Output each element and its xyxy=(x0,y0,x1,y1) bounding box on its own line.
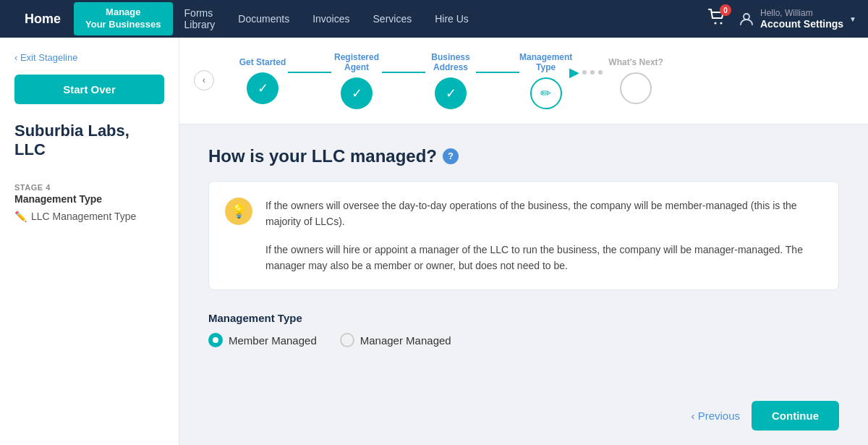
step-registered-agent: RegisteredAgent ✓ xyxy=(331,52,382,109)
step-line-3 xyxy=(476,72,519,73)
option-manager-managed[interactable]: Manager Managed xyxy=(340,333,451,347)
stage-item-check-icon: ✏️ xyxy=(14,211,27,222)
step-4-circle: ✏ xyxy=(530,77,562,109)
step-dot-2 xyxy=(590,70,595,75)
step-business-address: BusinessAddress ✓ xyxy=(425,52,476,109)
step-3-circle: ✓ xyxy=(435,77,467,109)
nav-home[interactable]: Home xyxy=(12,12,74,27)
start-over-button[interactable]: Start Over xyxy=(14,75,164,104)
step-1-circle: ✓ xyxy=(247,72,278,104)
nav-manage-businesses[interactable]: ManageYour Businesses xyxy=(74,2,173,35)
exit-stageline-link[interactable]: ‹ Exit Stageline xyxy=(14,52,164,63)
stage-item[interactable]: ✏️ LLC Management Type xyxy=(14,211,164,222)
stepper: ‹ Get Started ✓ RegisteredAgent ✓ xyxy=(179,38,868,124)
option-member-label: Member Managed xyxy=(229,334,317,347)
stage-name: Management Type xyxy=(14,193,164,205)
stage-item-label: LLC Management Type xyxy=(31,211,136,222)
step-2-circle: ✓ xyxy=(341,77,373,109)
step-line-1 xyxy=(288,72,331,73)
page-title-text: How is your LLC managed? xyxy=(208,146,437,166)
step-4-wrap: ManagementType ✏ ▶ xyxy=(519,52,608,109)
step-3-label: BusinessAddress xyxy=(425,52,476,73)
step-dots xyxy=(582,70,603,75)
sidebar: ‹ Exit Stageline Start Over Suburbia Lab… xyxy=(0,38,179,445)
layout: ‹ Exit Stageline Start Over Suburbia Lab… xyxy=(0,38,868,445)
help-icon[interactable]: ? xyxy=(443,148,459,164)
stage-label: STAGE 4 xyxy=(14,183,164,192)
step-arrow-icon: ▶ xyxy=(569,64,579,80)
svg-point-1 xyxy=(720,22,722,25)
cart-button[interactable]: 0 xyxy=(708,9,727,29)
navbar: Home ManageYour Businesses FormsLibrary … xyxy=(0,0,868,38)
nav-right: 0 Hello, William Account Settings ▼ xyxy=(708,8,856,30)
nav-services[interactable]: Hire Us xyxy=(423,13,480,25)
step-whats-next: What's Next? xyxy=(608,57,663,103)
step-1-label: Get Started xyxy=(237,57,288,67)
management-type-section: Management Type Member Managed Manager M… xyxy=(208,312,839,347)
account-menu[interactable]: Hello, William Account Settings ▼ xyxy=(739,8,856,30)
content-area: How is your LLC managed? ? 💡 If the owne… xyxy=(179,124,868,370)
continue-button[interactable]: Continue xyxy=(752,401,839,431)
bulb-icon: 💡 xyxy=(225,198,252,225)
step-1-wrap: Get Started ✓ xyxy=(237,57,331,103)
nav-registrations[interactable]: Documents xyxy=(226,13,301,25)
hello-text: Hello, William xyxy=(760,8,843,18)
step-5-circle xyxy=(620,72,652,104)
radio-member-managed-circle[interactable] xyxy=(208,333,223,347)
info-para-2: If the owners will hire or appoint a man… xyxy=(265,242,822,274)
previous-button[interactable]: ‹ Previous xyxy=(691,410,740,422)
step-line-2 xyxy=(382,72,425,73)
option-member-managed[interactable]: Member Managed xyxy=(208,333,317,347)
cart-badge: 0 xyxy=(720,4,731,16)
nav-invoices[interactable]: Services xyxy=(362,13,424,25)
info-text: If the owners will oversee the day-to-da… xyxy=(265,198,822,274)
option-manager-label: Manager Managed xyxy=(360,334,451,347)
info-para-1: If the owners will oversee the day-to-da… xyxy=(265,198,822,230)
collapse-stepper-button[interactable]: ‹ xyxy=(194,70,214,90)
step-management-type: ManagementType ✏ xyxy=(519,52,572,109)
step-dot-1 xyxy=(582,70,587,75)
svg-point-2 xyxy=(744,14,749,20)
step-3-wrap: BusinessAddress ✓ xyxy=(425,52,519,109)
step-2-label: RegisteredAgent xyxy=(331,52,382,73)
account-settings-label: Account Settings xyxy=(760,18,843,30)
main-content: ‹ Get Started ✓ RegisteredAgent ✓ xyxy=(179,38,868,445)
radio-manager-managed-circle[interactable] xyxy=(340,333,354,347)
page-title: How is your LLC managed? ? xyxy=(208,146,839,166)
nav-forms-library[interactable]: FormsLibrary xyxy=(173,7,227,30)
svg-point-0 xyxy=(714,22,716,25)
account-chevron-icon: ▼ xyxy=(849,15,856,23)
step-get-started: Get Started ✓ xyxy=(237,57,288,103)
step-5-label: What's Next? xyxy=(608,57,663,67)
step-dot-3 xyxy=(598,70,603,75)
radio-group: Member Managed Manager Managed xyxy=(208,333,839,347)
footer-nav: ‹ Previous Continue xyxy=(359,386,868,445)
info-box: 💡 If the owners will oversee the day-to-… xyxy=(208,181,839,291)
step-4-label: ManagementType xyxy=(519,52,572,73)
nav-documents[interactable]: Invoices xyxy=(301,13,361,25)
management-type-label: Management Type xyxy=(208,312,839,324)
step-5-wrap: What's Next? xyxy=(608,57,663,103)
business-name: Suburbia Labs, LLC xyxy=(14,122,164,160)
step-2-wrap: RegisteredAgent ✓ xyxy=(331,52,425,109)
